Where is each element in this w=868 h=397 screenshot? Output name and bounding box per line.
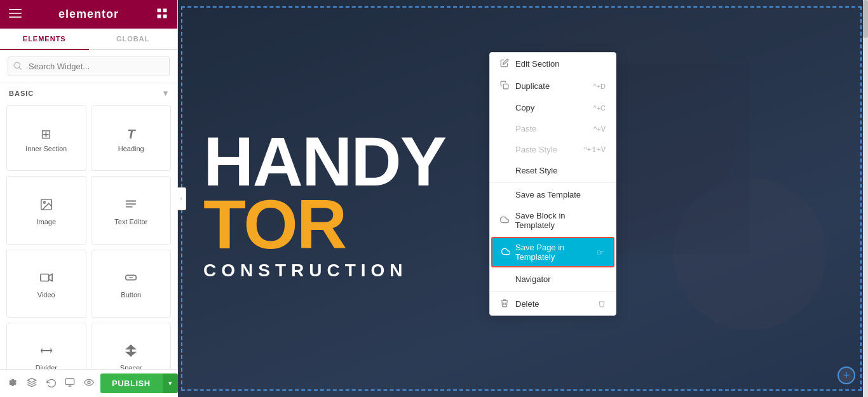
svg-rect-30: [503, 84, 508, 89]
ctx-paste-style: Paste Style ^+⇧+V: [490, 139, 616, 160]
pencil-icon: [500, 58, 510, 69]
cursor-pointer-icon: ☞: [597, 248, 604, 257]
svg-point-10: [43, 201, 45, 203]
svg-rect-5: [158, 14, 161, 18]
ctx-delete[interactable]: Delete: [490, 293, 616, 315]
svg-rect-11: [126, 200, 137, 201]
widget-image[interactable]: Image: [6, 176, 86, 244]
undo-icon[interactable]: [43, 375, 58, 393]
svg-rect-3: [158, 8, 161, 12]
sidebar-header: elementor: [0, 0, 177, 29]
inner-section-icon: [41, 127, 51, 141]
ctx-divider-2: [490, 291, 616, 292]
video-icon: [39, 271, 53, 287]
ctx-save-block-templately[interactable]: Save Block in Templately: [490, 205, 616, 236]
widget-text-editor[interactable]: Text Editor: [92, 176, 172, 244]
ctx-duplicate-label: Duplicate: [515, 81, 550, 91]
svg-marker-22: [125, 352, 137, 356]
ctx-navigator-label: Navigator: [515, 274, 551, 284]
widget-button[interactable]: Button: [92, 250, 172, 318]
ctx-edit-section[interactable]: Edit Section: [490, 53, 616, 75]
ctx-delete-icon: [598, 300, 606, 309]
divider-icon: [39, 344, 53, 360]
svg-marker-21: [125, 345, 137, 349]
eye-icon[interactable]: [81, 375, 97, 393]
add-section-button[interactable]: +: [837, 367, 855, 384]
search-input[interactable]: [8, 57, 170, 76]
settings-icon[interactable]: [5, 375, 20, 393]
widget-label: Heading: [118, 145, 144, 152]
svg-rect-23: [65, 379, 74, 384]
ctx-edit-section-label: Edit Section: [515, 59, 559, 69]
ctx-reset-style[interactable]: Reset Style: [490, 160, 616, 181]
ctx-copy-label: Copy: [515, 103, 534, 112]
widget-heading[interactable]: Heading: [92, 105, 172, 171]
widget-label: Text Editor: [114, 218, 147, 225]
ctx-save-template-label: Save as Template: [515, 190, 581, 199]
ctx-paste: Paste ^+V: [490, 118, 616, 139]
svg-marker-19: [50, 348, 52, 354]
ctx-navigator[interactable]: Navigator: [490, 269, 616, 290]
ctx-copy[interactable]: Copy ^+C: [490, 97, 616, 118]
tab-global[interactable]: GLOBAL: [89, 29, 178, 49]
publish-button-wrap: PUBLISH ▾: [100, 373, 178, 393]
ctx-save-template[interactable]: Save as Template: [490, 184, 616, 205]
ctx-save-page-templately-label: Save Page in Templately: [515, 243, 588, 262]
widget-label: Video: [37, 291, 55, 299]
ctx-reset-style-label: Reset Style: [515, 166, 557, 175]
publish-button[interactable]: PUBLISH: [100, 373, 162, 393]
trash-icon: [500, 299, 510, 309]
svg-rect-1: [9, 13, 22, 14]
main-canvas: Handy Tor CONSTRUCTION + Edit Section: [178, 0, 868, 397]
layers-icon[interactable]: [24, 375, 39, 393]
sidebar-tabs: ELEMENTS GLOBAL: [0, 29, 177, 50]
svg-line-8: [19, 67, 21, 69]
ctx-paste-shortcut: ^+V: [593, 125, 606, 133]
desktop-icon[interactable]: [62, 375, 78, 393]
heading-icon: [127, 127, 135, 141]
search-icon: [13, 62, 22, 72]
scrollbar[interactable]: [863, 0, 868, 397]
grid-icon[interactable]: [156, 7, 168, 22]
bottom-bar: PUBLISH ▾: [0, 369, 178, 397]
svg-marker-18: [41, 348, 43, 354]
ctx-divider-1: [490, 182, 616, 183]
svg-rect-2: [9, 17, 22, 18]
app-logo: elementor: [58, 8, 119, 21]
cloud-highlight-icon: [501, 247, 510, 258]
context-menu: Edit Section Duplicate ^+D Copy ^+C Past…: [489, 52, 616, 316]
svg-rect-4: [163, 8, 167, 12]
widget-video[interactable]: Video: [6, 250, 86, 318]
sidebar-toggle[interactable]: ‹: [177, 187, 186, 210]
duplicate-icon: [500, 81, 510, 91]
widget-label: Inner Section: [25, 145, 67, 152]
ctx-delete-label: Delete: [515, 299, 539, 309]
svg-rect-12: [126, 203, 137, 205]
svg-point-26: [88, 381, 90, 384]
section-label[interactable]: BASIC ▾: [0, 83, 177, 103]
ctx-save-block-templately-label: Save Block in Templately: [515, 211, 606, 230]
ctx-paste-style-shortcut: ^+⇧+V: [584, 145, 606, 154]
text-editor-icon: [124, 198, 138, 214]
cloud-icon: [500, 215, 510, 226]
ctx-duplicate-shortcut: ^+D: [593, 83, 606, 90]
widget-inner-section[interactable]: Inner Section: [6, 105, 86, 171]
svg-rect-0: [9, 9, 22, 10]
hamburger-icon[interactable]: [9, 7, 22, 22]
tab-elements[interactable]: ELEMENTS: [0, 29, 89, 50]
svg-rect-14: [41, 274, 49, 281]
publish-dropdown-button[interactable]: ▾: [162, 373, 178, 393]
widgets-grid: Inner Section Heading Image: [0, 103, 177, 397]
ctx-paste-style-label: Paste Style: [515, 145, 557, 154]
scrollbar-thumb[interactable]: [863, 0, 868, 38]
svg-rect-13: [126, 206, 133, 208]
ctx-save-page-templately[interactable]: Save Page in Templately ☞: [491, 237, 614, 267]
image-icon: [39, 198, 53, 214]
ctx-duplicate[interactable]: Duplicate ^+D: [490, 75, 616, 97]
sidebar: elementor ELEMENTS GLOBAL B: [0, 0, 178, 397]
ctx-copy-shortcut: ^+C: [593, 104, 606, 112]
chevron-down-icon: ▾: [163, 88, 168, 98]
button-icon: [124, 271, 138, 287]
widget-label: Button: [121, 291, 141, 299]
spacer-icon: [124, 344, 138, 360]
